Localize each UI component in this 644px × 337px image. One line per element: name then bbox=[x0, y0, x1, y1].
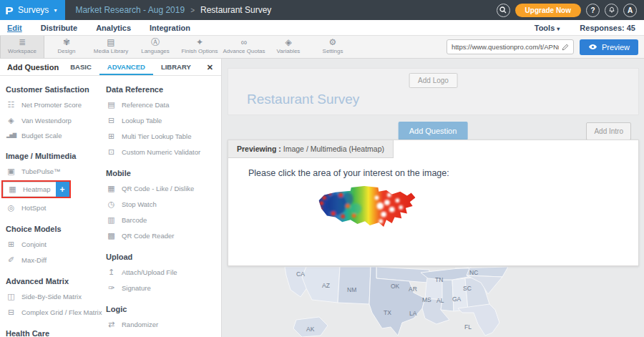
quota-links-icon: ∞ bbox=[222, 38, 266, 47]
toolbar-label: Variables bbox=[266, 48, 311, 54]
conjoint-matrix-icon: ⊞ bbox=[6, 240, 16, 249]
sidebar-item-barcode[interactable]: ▥Barcode bbox=[106, 212, 219, 228]
item-label: Budget Scale bbox=[21, 132, 62, 140]
sidebar-item-side-by-side-matrix[interactable]: ◫Side-By-Side Matrix bbox=[6, 288, 106, 304]
toolbar-settings[interactable]: ⚙Settings bbox=[311, 36, 355, 58]
sidebar-item-randomizer[interactable]: ⇄Randomizer bbox=[106, 316, 219, 332]
sidebar-item-budget-scale[interactable]: ▂▅▇Budget Scale bbox=[6, 128, 106, 142]
tab-integration[interactable]: Integration bbox=[150, 24, 190, 32]
finish-wand-icon: ✦ bbox=[177, 38, 222, 47]
sidebar-item-hotspot[interactable]: ◎HotSpot bbox=[6, 200, 106, 215]
survey-url-field[interactable]: https://www.questionpro.com/t/APNrFZ bbox=[447, 39, 574, 54]
heatmap-image[interactable] bbox=[313, 185, 420, 247]
section-heading-logic: Logic bbox=[106, 305, 219, 313]
item-label: Randomizer bbox=[122, 321, 158, 328]
help-button[interactable]: ? bbox=[586, 4, 600, 17]
item-label: Net Promoter Score bbox=[21, 101, 82, 109]
tools-dropdown[interactable]: Tools ▾ bbox=[535, 24, 560, 32]
lookup-table-icon: ⊟ bbox=[106, 116, 117, 125]
state-label-tx: TX bbox=[384, 309, 391, 316]
toolbar-languages[interactable]: ⒶLanguages bbox=[133, 36, 177, 58]
state-label-az: AZ bbox=[322, 282, 330, 289]
sidebar-item-reference-data[interactable]: ▤Reference Data bbox=[106, 97, 219, 112]
side-by-side-icon: ◫ bbox=[6, 292, 16, 301]
sidebar-item-heatmap[interactable]: ▦Heatmap bbox=[3, 182, 56, 197]
breadcrumb-parent-link[interactable]: Market Research - Aug 2019 bbox=[75, 5, 185, 15]
sidebar-item-conjoint[interactable]: ⊞Conjoint bbox=[6, 236, 106, 252]
state-label-la: LA bbox=[409, 310, 417, 317]
eye-icon bbox=[588, 44, 597, 50]
bell-icon bbox=[608, 6, 615, 14]
toolbar-media-library[interactable]: ▤Media Library bbox=[89, 36, 133, 58]
survey-canvas: CA AZ NM OK AR TX LA MS AL GA SC NC TN F… bbox=[222, 59, 644, 337]
item-label: Barcode bbox=[122, 216, 147, 224]
questionpro-logo-icon: P bbox=[5, 4, 14, 16]
item-label: Van Westendorp bbox=[21, 117, 72, 124]
sidebar-item-custom-logic-engine[interactable]: ⎇Custom Logic Engine bbox=[106, 332, 219, 337]
sidebar-item-signature[interactable]: ✑Signature bbox=[106, 280, 219, 296]
sidebar-item-qr-code-reader[interactable]: ▩QR Code Reader bbox=[106, 228, 219, 243]
search-button[interactable] bbox=[497, 4, 510, 17]
sidebar-item-lookup-table[interactable]: ⊟Lookup Table bbox=[106, 112, 219, 128]
qr-code-icon: ▦ bbox=[106, 184, 117, 193]
add-question-button[interactable]: Add Question bbox=[399, 122, 468, 140]
tools-label: Tools bbox=[535, 24, 555, 32]
sidebar-item-attach-upload-file[interactable]: ↥Attach/Upload File bbox=[106, 264, 219, 280]
top-bar: P Surveys ▾ Market Research - Aug 2019 >… bbox=[0, 0, 644, 20]
toolbar-workspace[interactable]: ≣Workspace bbox=[0, 36, 44, 58]
sidebar-item-complex-grid[interactable]: ⊟Complex Grid / Flex Matrix bbox=[6, 304, 106, 320]
toolbar-label: Advance Quotas bbox=[222, 48, 266, 54]
survey-header: Add Logo Restaurant Survey bbox=[228, 68, 639, 115]
item-label: Custom Numeric Validator bbox=[122, 148, 200, 156]
section-heading-mobile: Mobile bbox=[106, 169, 219, 177]
close-icon[interactable]: ✕ bbox=[199, 59, 221, 75]
preview-button[interactable]: Preview bbox=[580, 39, 638, 55]
tab-library[interactable]: LIBRARY bbox=[153, 59, 199, 75]
surveys-menu[interactable]: P Surveys ▾ bbox=[0, 0, 65, 20]
tab-analytics[interactable]: Analytics bbox=[96, 24, 131, 32]
video-camera-icon: ▣ bbox=[6, 167, 16, 176]
responses-count[interactable]: Responses: 45 bbox=[580, 24, 635, 32]
survey-title[interactable]: Restaurant Survey bbox=[247, 92, 359, 107]
edit-pencil-icon[interactable] bbox=[562, 44, 569, 51]
state-label-ga: GA bbox=[452, 296, 462, 303]
section-heading-advanced-matrix: Advanced Matrix bbox=[6, 277, 106, 285]
notifications-button[interactable] bbox=[605, 4, 618, 17]
item-label: QR Code - Like / Dislike bbox=[122, 185, 194, 192]
item-label: HotSpot bbox=[21, 204, 46, 212]
surveys-menu-label: Surveys bbox=[18, 5, 49, 15]
item-label: Conjoint bbox=[21, 240, 47, 248]
item-label: Max-Diff bbox=[21, 256, 47, 264]
toolbar-design[interactable]: ✾Design bbox=[44, 36, 89, 58]
tab-edit[interactable]: Edit bbox=[7, 24, 22, 32]
sidebar-item-net-promoter-score[interactable]: ☷Net Promoter Score bbox=[6, 97, 106, 112]
state-label-nc: NC bbox=[469, 269, 478, 276]
sidebar-item-custom-numeric-validator[interactable]: ⊡Custom Numeric Validator bbox=[106, 144, 219, 160]
add-heatmap-button[interactable]: + bbox=[56, 182, 69, 197]
price-tag-icon: ◈ bbox=[6, 116, 16, 125]
sidebar-item-van-westendorp[interactable]: ◈Van Westendorp bbox=[6, 112, 106, 128]
breadcrumb-current: Restaurant Survey bbox=[200, 5, 271, 15]
toolbar-finish-options[interactable]: ✦Finish Options bbox=[177, 36, 222, 58]
maxdiff-wand-icon: ✐ bbox=[6, 255, 16, 265]
sidebar-item-stop-watch[interactable]: ◷Stop Watch bbox=[106, 196, 219, 212]
toolbar-advance-quotas[interactable]: ∞Advance Quotas bbox=[222, 36, 266, 58]
sidebar-item-multi-tier-lookup-table[interactable]: ⊞Multi Tier Lookup Table bbox=[106, 128, 219, 144]
tab-distribute[interactable]: Distribute bbox=[41, 24, 77, 32]
heatmap-image-icon: ▦ bbox=[7, 185, 18, 194]
barcode-icon: ▥ bbox=[106, 215, 117, 225]
add-logo-button[interactable]: Add Logo bbox=[409, 73, 458, 88]
tab-advanced[interactable]: ADVANCED bbox=[99, 59, 153, 75]
toolbar-variables[interactable]: ◈Variables bbox=[266, 36, 311, 58]
sidebar-item-qr-code-like-dislike[interactable]: ▦QR Code - Like / Dislike bbox=[106, 180, 219, 196]
upgrade-now-button[interactable]: Upgrade Now bbox=[515, 4, 581, 17]
avatar[interactable]: A bbox=[623, 4, 637, 17]
multi-tier-icon: ⊞ bbox=[106, 132, 117, 141]
add-intro-button[interactable]: Add Intro bbox=[586, 122, 631, 140]
sidebar-item-tubepulse[interactable]: ▣TubePulse™ bbox=[6, 163, 106, 179]
tab-basic[interactable]: BASIC bbox=[62, 59, 99, 75]
sidebar-item-max-diff[interactable]: ✐Max-Diff bbox=[6, 252, 106, 268]
state-label-fl: FL bbox=[464, 323, 472, 331]
us-states-map: CA AZ NM OK AR TX LA MS AL GA SC NC TN F… bbox=[222, 267, 508, 337]
state-label-ms: MS bbox=[422, 296, 431, 303]
